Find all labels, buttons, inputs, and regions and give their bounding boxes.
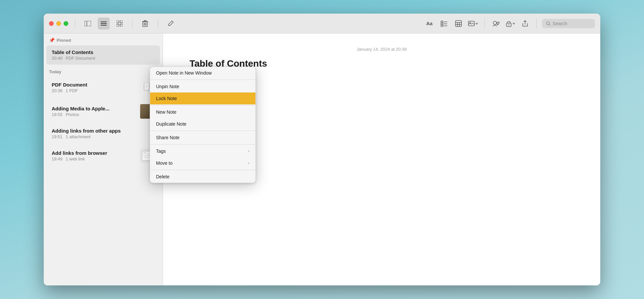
- note-item-adding-media[interactable]: Adding Media to Apple... 19:55 Photos: [46, 100, 160, 123]
- search-box[interactable]: Search: [542, 19, 595, 28]
- search-icon: [546, 21, 551, 26]
- context-menu-separator-1: [150, 80, 255, 80]
- titlebar: Aa: [44, 14, 600, 33]
- context-menu-item-label: Share Note: [156, 135, 180, 140]
- chevron-right-icon: ›: [248, 161, 249, 165]
- list-view-button[interactable]: [98, 18, 110, 30]
- context-menu-item-label: Duplicate Note: [156, 121, 187, 127]
- svg-rect-7: [117, 24, 119, 27]
- context-menu-separator-2: [150, 105, 255, 105]
- sidebar: 📌 Pinned Table of Contents 20:40 PDF Doc…: [44, 33, 163, 285]
- note-meta: 19:55 Photos: [52, 112, 137, 117]
- context-menu-unpin-note[interactable]: Unpin Note: [150, 81, 255, 92]
- checklist-button[interactable]: [438, 18, 450, 30]
- grid-view-icon: [117, 21, 123, 27]
- note-item-adding-links[interactable]: Adding links from other apps 19:51 1 att…: [46, 124, 160, 143]
- today-section-header: Today: [44, 65, 163, 76]
- table-icon: [455, 20, 462, 27]
- context-menu-item-label: Unpin Note: [156, 84, 179, 89]
- svg-line-35: [549, 24, 551, 26]
- context-menu-share-note[interactable]: Share Note: [150, 132, 255, 144]
- checklist-icon: [441, 20, 447, 27]
- media-icon: [468, 21, 475, 26]
- context-menu-open-new-window[interactable]: Open Note in New Window: [150, 67, 255, 79]
- svg-point-21: [441, 25, 443, 27]
- context-menu-item-label: Open Note in New Window: [156, 70, 212, 76]
- context-menu-new-note[interactable]: New Note: [150, 106, 255, 118]
- note-title: Add links from browser: [52, 150, 137, 156]
- toolbar-divider-5: [536, 19, 537, 29]
- context-menu-item-label: New Note: [156, 109, 176, 115]
- delete-button[interactable]: [139, 18, 151, 30]
- svg-rect-8: [120, 24, 123, 27]
- svg-rect-28: [468, 21, 474, 26]
- context-menu-item-label: Tags: [156, 149, 166, 154]
- svg-point-30: [493, 21, 497, 25]
- note-title: Adding links from other apps: [52, 128, 155, 134]
- context-menu-item-label: Move to: [156, 160, 173, 166]
- svg-rect-0: [84, 21, 91, 26]
- context-menu-tags[interactable]: Tags ›: [150, 145, 255, 157]
- collaborate-icon: [492, 20, 500, 27]
- trash-icon: [142, 20, 148, 27]
- close-button[interactable]: [49, 21, 54, 26]
- context-menu-lock-note[interactable]: Lock Note: [150, 92, 255, 104]
- svg-rect-5: [117, 21, 119, 23]
- sidebar-icon: [84, 21, 91, 26]
- pinned-label: Pinned: [57, 38, 71, 43]
- note-meta: 20:36 1 PDF: [52, 88, 137, 93]
- today-label: Today: [49, 69, 61, 74]
- svg-point-17: [441, 21, 443, 23]
- context-menu-separator-5: [150, 170, 255, 170]
- collaborate-button[interactable]: [490, 18, 502, 30]
- toolbar-divider-1: [75, 19, 75, 29]
- svg-rect-6: [120, 21, 123, 23]
- note-date: January 14, 2024 at 20:39: [189, 47, 574, 52]
- note-item-add-links-browser[interactable]: Add links from browser 19:49 1 web link: [46, 145, 160, 167]
- chevron-right-icon: ›: [248, 149, 249, 153]
- context-menu-item-label: Delete: [156, 174, 169, 179]
- format-text-label: Aa: [426, 21, 432, 26]
- svg-point-33: [509, 24, 510, 25]
- media-chevron-icon: [475, 22, 478, 25]
- sidebar-toggle-button[interactable]: [82, 18, 94, 30]
- note-time: 20:40: [52, 56, 63, 61]
- note-item-table-of-contents[interactable]: Table of Contents 20:40 PDF Document: [46, 45, 160, 65]
- toolbar-divider-3: [158, 19, 158, 29]
- lock-button[interactable]: [505, 18, 516, 30]
- table-button[interactable]: [453, 18, 464, 30]
- context-menu-item-label: Lock Note: [156, 96, 177, 101]
- lock-icon: [506, 20, 512, 27]
- main-content: 📌 Pinned Table of Contents 20:40 PDF Doc…: [44, 33, 600, 285]
- traffic-lights: [49, 21, 68, 26]
- context-menu-separator-3: [150, 131, 255, 131]
- share-button[interactable]: [519, 18, 531, 30]
- note-item-pdf-document[interactable]: PDF Document 20:36 1 PDF: [46, 76, 160, 99]
- toolbar-divider-2: [132, 19, 133, 29]
- list-view-icon: [101, 21, 107, 26]
- context-menu: Open Note in New Window Unpin Note Lock …: [150, 67, 256, 183]
- context-menu-move-to[interactable]: Move to ›: [150, 157, 255, 169]
- context-menu-delete[interactable]: Delete: [150, 171, 255, 183]
- note-meta: 19:49 1 web link: [52, 156, 137, 161]
- note-type: PDF Document: [66, 56, 95, 61]
- note-title: Table of Contents: [52, 49, 155, 55]
- context-menu-separator-4: [150, 144, 255, 145]
- media-button[interactable]: [467, 18, 479, 30]
- note-title: Adding Media to Apple...: [52, 106, 137, 111]
- maximize-button[interactable]: [64, 21, 68, 26]
- minimize-button[interactable]: [56, 21, 61, 26]
- svg-point-19: [441, 23, 443, 25]
- toolbar-right: Aa: [423, 18, 595, 30]
- format-text-button[interactable]: Aa: [423, 18, 435, 30]
- lock-chevron-icon: [512, 22, 515, 25]
- compose-icon: [167, 20, 174, 27]
- grid-view-button[interactable]: [114, 18, 126, 30]
- svg-rect-23: [456, 21, 461, 27]
- note-meta: 19:51 1 attachment: [52, 134, 155, 139]
- svg-rect-13: [144, 21, 146, 22]
- toolbar-divider-4: [484, 19, 485, 29]
- svg-point-34: [547, 22, 550, 25]
- context-menu-duplicate-note[interactable]: Duplicate Note: [150, 118, 255, 130]
- compose-button[interactable]: [165, 18, 177, 30]
